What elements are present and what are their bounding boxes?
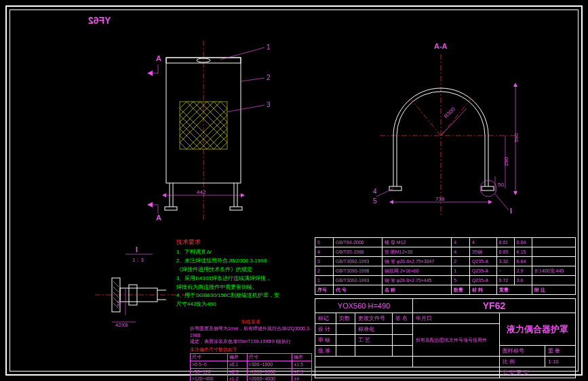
svg-line-17 [187,108,227,149]
parts-table: 5GB/T84-2000螺 母 M12440.010.04 4GB/T85-19… [315,237,576,295]
svg-line-8 [180,129,200,149]
cad-canvas: YF62 A A [0,0,588,381]
tech-line-2: 2、未注焊缝按照符合JB/Z000.3-1988 [176,257,298,266]
mfg-line-1: 折弯圆度及侧弯为1mm，所有焊缝外观符合JB/ZQ3000.3-1988 [190,325,312,339]
balloon-5: 5 [373,197,377,205]
dim-r300: R300 [443,106,456,119]
detail-view: I 1：3 56 42X8 [95,244,190,332]
svg-line-42 [227,105,264,112]
detail-i: I [510,207,512,215]
svg-rect-49 [389,186,401,190]
balloon-1: 1 [267,43,271,51]
tech-notes: 技术要求 1、下料调直Δ/ 2、未注焊缝按照符合JB/Z000.3-1988 《… [176,237,298,309]
svg-marker-39 [241,193,245,197]
svg-line-40 [220,47,264,60]
table-row: 2GB/T3090-1998钢筋网 2×16×601Q235-A~2.9长140… [315,266,576,276]
svg-line-20 [207,129,227,149]
title-block: YOX560 H=490 YF62 标记页数更改文件号签 名 年月日 液力偶合器… [315,298,576,378]
model-cell: YOX560 H=490 [315,299,413,313]
svg-line-9 [180,136,193,149]
scale-value: 1:10 [545,357,576,367]
table-header: 序号代 号名 称数量材 料重量附 注 [315,285,576,295]
svg-line-12 [193,102,227,136]
svg-line-25 [180,102,207,129]
svg-line-41 [241,78,264,81]
mfg-line-2: 规定，表面涂装灰色漆55m/T159-1990中I级执行 [190,338,312,345]
svg-line-15 [214,102,227,115]
svg-marker-61 [488,200,492,204]
side-view: A-A R300 590 290 50 738 4 5 [373,41,543,220]
svg-line-22 [220,142,227,149]
svg-marker-38 [162,193,166,197]
drawing-number: YF62 [413,299,576,313]
tech-line-3: 《焊接件通用技术条件》的规定 [176,266,298,275]
front-view: A A 442 1 2 3 [139,41,275,220]
svg-marker-56 [513,191,517,195]
svg-line-24 [180,102,214,136]
svg-line-72 [113,281,119,287]
detail-scale: 1：3 [132,257,144,263]
svg-line-51 [410,98,441,136]
dim-738: 738 [435,196,445,202]
balloon-2: 2 [267,74,271,81]
svg-line-73 [113,287,119,292]
detail-label: I [136,245,138,254]
svg-line-27 [180,102,193,115]
table-row: 4GB/T85-1988垫 圈M12×30435钢0.05¢.15 [315,247,576,257]
dim-side-50: 290 [503,157,509,166]
svg-line-7 [180,122,207,149]
svg-line-14 [207,102,227,122]
svg-marker-36 [147,202,153,207]
table-row: 5GB/T84-2000螺 母 M12440.010.04 [315,238,576,247]
mfg-notes: 制造要求 折弯圆度及侧弯为1mm，所有焊缝外观符合JB/ZQ3000.3-198… [190,319,312,381]
svg-line-10 [180,142,187,149]
svg-line-21 [214,136,227,149]
mfg-title: 制造要求 [190,319,312,325]
balloon-4: 4 [373,188,377,195]
tech-line-7: 尺寸442改为490 [176,300,298,309]
svg-line-16 [220,102,227,108]
svg-line-13 [200,102,227,129]
svg-rect-50 [482,186,494,190]
dim-42x8: 42X8 [115,322,128,328]
drawing-title: 液力偶合器护罩 [499,313,575,346]
svg-line-5 [180,108,220,149]
tech-line-5: 焊接前为两连接件中需要有倒棱。 [176,283,298,292]
svg-line-11 [187,102,227,142]
tech-line-4: 3、采用E4303焊条进行连续满焊焊接， [176,275,298,283]
svg-line-64 [495,194,509,210]
svg-line-18 [193,115,227,149]
table-row: 1GB/T3092-1993钢 管 φ26.8×2.75×4455Q235-A0… [315,276,576,285]
tech-line-1: 1、下料调直Δ/ [176,248,298,257]
svg-rect-33 [165,207,177,210]
section-aa-label: A-A [434,42,448,50]
svg-line-28 [180,102,187,108]
tol-title: 未注偏差尺寸数值如下 [190,346,312,353]
dim-50: 50 [498,182,504,188]
svg-line-6 [180,115,214,149]
dim-590: 590 [513,133,520,142]
svg-line-62 [376,188,393,197]
balloon-3: 3 [267,101,271,108]
table-row: 3GB/T3092-1993钢 管 φ26.8×2.75×30472Q235-A… [315,257,576,266]
dim-56: 56 [116,300,122,306]
tech-title: 技术要求 [176,237,298,247]
svg-rect-34 [230,207,242,210]
tech-line-6: 4、用于SGB630/150C刮板输送机护罩，安 [176,292,298,300]
svg-line-19 [200,122,227,149]
section-a-bottom: A [156,214,161,220]
section-a-top: A [156,54,161,62]
svg-marker-35 [147,71,153,76]
svg-marker-55 [513,83,517,87]
svg-marker-60 [389,200,393,204]
mirror-label: YF62 [88,15,111,26]
dim-442: 442 [197,189,206,195]
svg-line-23 [180,102,220,142]
svg-line-26 [180,102,200,122]
